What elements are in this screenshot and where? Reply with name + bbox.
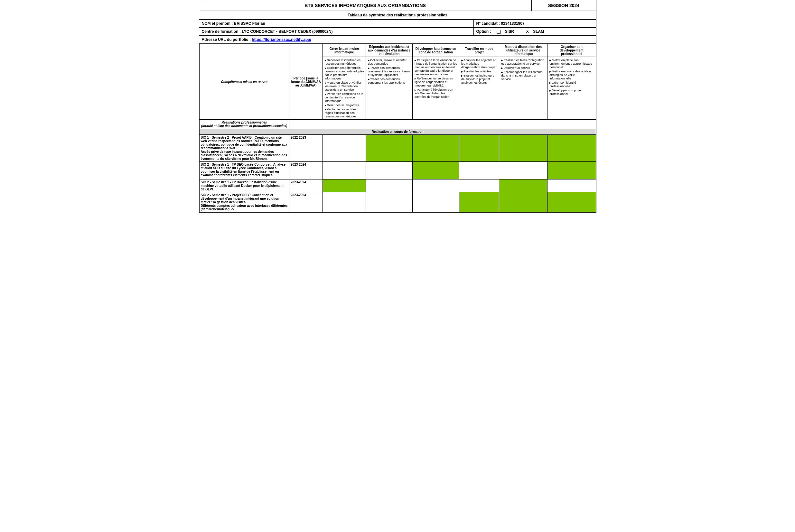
row1-col4 bbox=[459, 135, 499, 162]
row2-col6 bbox=[548, 162, 596, 179]
realisation-header: Réalisations professionnelles (intitulé … bbox=[199, 120, 289, 129]
row1-col2 bbox=[366, 135, 413, 162]
row3-col4 bbox=[459, 179, 499, 192]
col-bullets-1: Recenser et identifier les ressources nu… bbox=[322, 57, 366, 120]
portfolio-link[interactable]: https://florianbrissac.netlify.app/ bbox=[252, 37, 311, 42]
col-bullets-6: Mettre en place son environnement d'appr… bbox=[548, 57, 596, 120]
col-bullets-2: Collecter, suivre et orienter des demand… bbox=[366, 57, 413, 120]
row3-col3 bbox=[413, 179, 459, 192]
row3-description: SIO 2 - Semestre 1 - TP Docker : Install… bbox=[199, 179, 289, 192]
col-header-6: Organiser son développement professionne… bbox=[548, 44, 596, 57]
table-row: SIO 2 - Semestre 1 - TP Docker : Install… bbox=[199, 179, 596, 192]
row2-col3 bbox=[413, 162, 459, 179]
row3-col2 bbox=[366, 179, 413, 192]
row4-col4 bbox=[459, 192, 499, 212]
row1-col6 bbox=[548, 135, 596, 162]
row2-col5 bbox=[499, 162, 548, 179]
empty-header-row bbox=[289, 120, 596, 129]
sisr-label: SISR bbox=[505, 29, 514, 34]
col-bullets-3: Participer à la valorisation de l'image … bbox=[413, 57, 459, 120]
col-header-1: Gérer le patrimoine informatique bbox=[322, 44, 366, 57]
subtitle: Tableau de synthèse des réalisations pro… bbox=[199, 11, 596, 20]
slam-label: SLAM bbox=[533, 29, 544, 34]
row3-col1 bbox=[322, 179, 366, 192]
row4-col2 bbox=[366, 192, 413, 212]
col-header-3: Développer la présence en ligne de l'org… bbox=[413, 44, 459, 57]
row4-col6 bbox=[548, 192, 596, 212]
slam-checkbox-container[interactable]: X SLAM bbox=[526, 29, 547, 34]
col-header-2: Répondre aux incidents et aux demandes d… bbox=[366, 44, 413, 57]
row2-col4 bbox=[459, 162, 499, 179]
row4-description: SIO 2 - Semestre 1 - Projet GSB : Concep… bbox=[199, 192, 289, 212]
slam-x: X bbox=[526, 29, 530, 34]
url-label: Adresse URL du portfolio : bbox=[202, 37, 252, 42]
main-table: Compétences mises en œuvre Période (sous… bbox=[199, 44, 596, 212]
candidat-value: N° candidat : 02341331907 bbox=[474, 20, 596, 27]
document-container: BTS SERVICES INFORMATIQUES AUX ORGANISAT… bbox=[199, 0, 596, 213]
sisr-checkbox-container[interactable]: SISR bbox=[497, 29, 517, 34]
row4-col1 bbox=[322, 192, 366, 212]
url-row: Adresse URL du portfolio : https://flori… bbox=[199, 36, 596, 44]
row2-period: 2023-2024 bbox=[289, 162, 323, 179]
row2-description: SIO 2 - Semestre 1 - TP SEO Lycée Condor… bbox=[199, 162, 289, 179]
row1-description: SIO 1 - Semestre 2 - Projet AAPIB : Créa… bbox=[199, 135, 289, 162]
col-header-4: Travailler en mode projet bbox=[459, 44, 499, 57]
row1-col3 bbox=[413, 135, 459, 162]
row2-col1 bbox=[322, 162, 366, 179]
option-section: Option : SISR X SLAM bbox=[474, 28, 596, 35]
centre-row: Centre de formation : LYC CONDORCET - BE… bbox=[199, 28, 596, 36]
col-bullets-5: Réaliser les tests d'intégration et d'ac… bbox=[499, 57, 548, 120]
row1-col1 bbox=[322, 135, 366, 162]
row2-col2 bbox=[366, 162, 413, 179]
table-row: SIO 2 - Semestre 1 - Projet GSB : Concep… bbox=[199, 192, 596, 212]
row1-col5 bbox=[499, 135, 548, 162]
row1-period: 2022-2023 bbox=[289, 135, 323, 162]
competences-header: Compétences mises en œuvre bbox=[199, 44, 289, 120]
session-label: SESSION 2024 bbox=[532, 0, 596, 11]
col-header-5: Mettre à disposition des utilisateurs un… bbox=[499, 44, 548, 57]
row3-period: 2023-2024 bbox=[289, 179, 323, 192]
main-title: BTS SERVICES INFORMATIQUES AUX ORGANISAT… bbox=[199, 0, 532, 11]
row4-col5 bbox=[499, 192, 548, 212]
table-row: SIO 1 - Semestre 2 - Projet AAPIB : Créa… bbox=[199, 135, 596, 162]
nom-value: NOM et prénom : BRISSAC Florian bbox=[199, 20, 474, 27]
header-main-row: BTS SERVICES INFORMATIQUES AUX ORGANISAT… bbox=[199, 0, 596, 11]
option-label: Option : bbox=[476, 29, 491, 34]
nom-row: NOM et prénom : BRISSAC Florian N° candi… bbox=[199, 20, 596, 28]
section-title: Réalisation en cours de formation bbox=[199, 129, 596, 135]
row3-col5 bbox=[499, 179, 548, 192]
col-bullets-4: Analyser les objectifs et les modalités … bbox=[459, 57, 499, 120]
row4-period: 2023-2024 bbox=[289, 192, 323, 212]
table-row: SIO 2 - Semestre 1 - TP SEO Lycée Condor… bbox=[199, 162, 596, 179]
sisr-checkbox[interactable] bbox=[497, 30, 500, 34]
row3-col6 bbox=[548, 179, 596, 192]
centre-value: Centre de formation : LYC CONDORCET - BE… bbox=[199, 28, 474, 35]
row4-col3 bbox=[413, 192, 459, 212]
period-header: Période (sous la forme du JJ/MM/AA au JJ… bbox=[289, 44, 323, 120]
